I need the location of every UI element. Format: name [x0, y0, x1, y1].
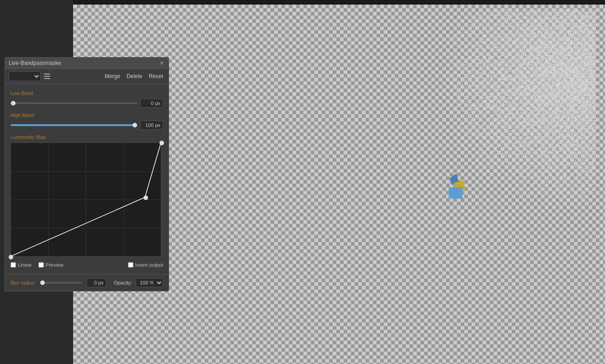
preview-label: Preview	[46, 262, 64, 268]
low-band-thumb[interactable]	[11, 101, 16, 106]
invert-label: Invert output	[135, 262, 163, 268]
linear-label: Linear	[18, 262, 32, 268]
high-band-value[interactable]	[140, 121, 163, 130]
blur-label: Blur radius	[11, 280, 38, 285]
low-band-label: Low Band	[11, 90, 163, 96]
low-band-track[interactable]	[11, 102, 138, 104]
low-band-value[interactable]	[140, 99, 163, 108]
high-band-fill	[11, 124, 135, 126]
close-button[interactable]: ×	[159, 60, 165, 66]
curve-point-end[interactable]	[159, 141, 164, 145]
panel-toolbar: Merge Delete Reset	[5, 69, 169, 84]
reset-button[interactable]: Reset	[147, 72, 165, 80]
blur-slider-track[interactable]	[42, 282, 83, 284]
low-band-row	[11, 99, 163, 108]
delete-button[interactable]: Delete	[125, 72, 144, 80]
invert-checkbox-label[interactable]: Invert output	[128, 262, 163, 268]
lum-map-label: Luminosity Map	[11, 134, 163, 140]
high-band-track[interactable]	[11, 124, 138, 126]
merge-button[interactable]: Merge	[103, 72, 122, 80]
blur-thumb[interactable]	[40, 280, 45, 285]
lum-map-container[interactable]	[11, 142, 161, 257]
high-band-thumb[interactable]	[133, 123, 137, 127]
blur-section: Blur radius Opacity: 100 %	[5, 274, 169, 291]
invert-group: Invert output	[128, 262, 163, 268]
panel-body: Low Band High Band Luminosity Map	[5, 84, 169, 274]
preview-checkbox-label[interactable]: Preview	[38, 262, 64, 268]
linear-checkbox[interactable]	[11, 262, 16, 268]
opacity-select[interactable]: 100 %	[136, 278, 163, 287]
preset-select[interactable]	[9, 71, 41, 81]
blur-value[interactable]	[86, 278, 106, 287]
curve-point-start[interactable]	[9, 255, 13, 259]
image-preview	[445, 9, 596, 215]
filter-panel: Live-Bandpassmaske × Merge Delete Reset …	[5, 57, 169, 291]
lum-map-curve	[11, 143, 161, 256]
preview-checkbox[interactable]	[38, 262, 44, 268]
panel-title: Live-Bandpassmaske	[9, 60, 61, 66]
high-band-label: High Band	[11, 112, 163, 118]
toolbar-buttons: Merge Delete Reset	[103, 72, 165, 80]
menu-icon[interactable]	[42, 72, 52, 81]
curve-point-mid[interactable]	[143, 195, 148, 200]
invert-checkbox[interactable]	[128, 262, 133, 268]
opacity-label: Opacity:	[114, 280, 132, 285]
options-row: Linear Preview Invert output	[11, 260, 163, 269]
high-band-row	[11, 121, 163, 130]
linear-checkbox-label[interactable]: Linear	[11, 262, 32, 268]
panel-titlebar[interactable]: Live-Bandpassmaske ×	[5, 58, 169, 69]
